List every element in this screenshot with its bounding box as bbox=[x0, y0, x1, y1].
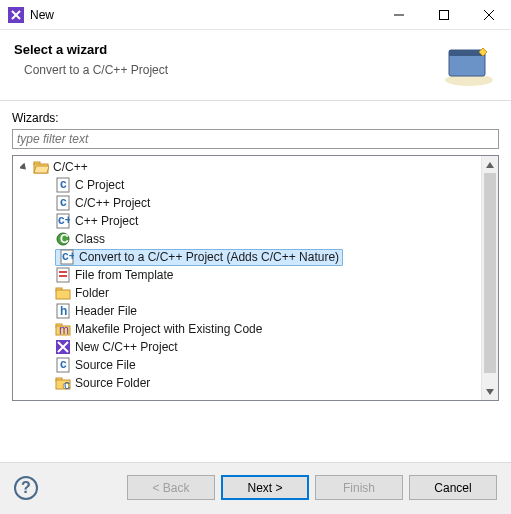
svg-text:c: c bbox=[60, 195, 67, 209]
window-title: New bbox=[30, 8, 376, 22]
folder-icon bbox=[55, 285, 71, 301]
tree-item[interactable]: c+ C++ Project bbox=[13, 212, 498, 230]
tree-item-label: Convert to a C/C++ Project (Adds C/C++ N… bbox=[79, 250, 339, 264]
tree-item-label: New C/C++ Project bbox=[75, 340, 178, 354]
makefile-icon: m bbox=[55, 321, 71, 337]
wizard-header: Select a wizard Convert to a C/C++ Proje… bbox=[0, 30, 511, 101]
tree-item-label: Header File bbox=[75, 304, 137, 318]
svg-text:c: c bbox=[64, 378, 70, 390]
tree-item-label: Source Folder bbox=[75, 376, 150, 390]
tree-item[interactable]: c Source Folder bbox=[13, 374, 498, 392]
tree-item-label: C/C++ Project bbox=[75, 196, 150, 210]
tree-item[interactable]: New C/C++ Project bbox=[13, 338, 498, 356]
svg-text:c+: c+ bbox=[58, 213, 70, 227]
svg-text:c+: c+ bbox=[62, 249, 74, 263]
header-file-icon: h bbox=[55, 303, 71, 319]
tree-item[interactable]: C Class bbox=[13, 230, 498, 248]
tree-root-cpp[interactable]: C/C++ bbox=[13, 158, 498, 176]
scroll-track[interactable] bbox=[482, 173, 498, 383]
scroll-thumb[interactable] bbox=[484, 173, 496, 373]
svg-rect-18 bbox=[59, 275, 67, 277]
cpp-project-icon: c+ bbox=[59, 249, 75, 265]
button-bar: ? < Back Next > Finish Cancel bbox=[0, 462, 511, 514]
app-icon bbox=[8, 7, 24, 23]
wizard-banner-icon bbox=[441, 42, 497, 90]
svg-text:m: m bbox=[59, 323, 69, 336]
c-project-icon: c bbox=[55, 177, 71, 193]
wizards-label: Wizards: bbox=[12, 111, 499, 125]
tree-item[interactable]: c C/C++ Project bbox=[13, 194, 498, 212]
c-project-icon: c bbox=[55, 195, 71, 211]
close-button[interactable] bbox=[466, 0, 511, 30]
tree-item[interactable]: File from Template bbox=[13, 266, 498, 284]
page-title: Select a wizard bbox=[14, 42, 441, 57]
svg-rect-17 bbox=[59, 271, 67, 273]
svg-text:h: h bbox=[60, 304, 67, 318]
cpp-project-icon: c+ bbox=[55, 213, 71, 229]
folder-open-icon bbox=[33, 159, 49, 175]
scroll-down-button[interactable] bbox=[482, 383, 498, 400]
collapse-icon[interactable] bbox=[17, 160, 31, 174]
svg-text:c: c bbox=[60, 357, 67, 371]
cancel-button[interactable]: Cancel bbox=[409, 475, 497, 500]
tree-item[interactable]: h Header File bbox=[13, 302, 498, 320]
tree-item[interactable]: Folder bbox=[13, 284, 498, 302]
tree-item-label: C Project bbox=[75, 178, 124, 192]
tree-item[interactable]: c Source File bbox=[13, 356, 498, 374]
tree-root-label: C/C++ bbox=[53, 160, 88, 174]
tree-item-label: Source File bbox=[75, 358, 136, 372]
scroll-up-button[interactable] bbox=[482, 156, 498, 173]
back-button: < Back bbox=[127, 475, 215, 500]
next-button[interactable]: Next > bbox=[221, 475, 309, 500]
tree-item-label: Folder bbox=[75, 286, 109, 300]
scrollbar[interactable] bbox=[481, 156, 498, 400]
svg-rect-20 bbox=[56, 290, 70, 299]
tree-item-label: Class bbox=[75, 232, 105, 246]
filter-input[interactable] bbox=[12, 129, 499, 149]
finish-button: Finish bbox=[315, 475, 403, 500]
source-folder-icon: c bbox=[55, 375, 71, 391]
wizard-tree[interactable]: C/C++ c C Project c C/C++ Project c+ C++… bbox=[12, 155, 499, 401]
svg-rect-0 bbox=[439, 10, 448, 19]
tree-item-selected[interactable]: c+ Convert to a C/C++ Project (Adds C/C+… bbox=[13, 248, 498, 266]
tree-item-label: C++ Project bbox=[75, 214, 138, 228]
new-project-icon bbox=[55, 339, 71, 355]
source-file-icon: c bbox=[55, 357, 71, 373]
maximize-button[interactable] bbox=[421, 0, 466, 30]
svg-text:c: c bbox=[60, 177, 67, 191]
tree-item[interactable]: m Makefile Project with Existing Code bbox=[13, 320, 498, 338]
tree-item-label: Makefile Project with Existing Code bbox=[75, 322, 262, 336]
tree-item[interactable]: c C Project bbox=[13, 176, 498, 194]
svg-text:C: C bbox=[60, 232, 69, 246]
titlebar: New bbox=[0, 0, 511, 30]
template-file-icon bbox=[55, 267, 71, 283]
class-icon: C bbox=[55, 231, 71, 247]
page-subtitle: Convert to a C/C++ Project bbox=[14, 63, 441, 77]
minimize-button[interactable] bbox=[376, 0, 421, 30]
help-button[interactable]: ? bbox=[14, 476, 38, 500]
tree-item-label: File from Template bbox=[75, 268, 173, 282]
